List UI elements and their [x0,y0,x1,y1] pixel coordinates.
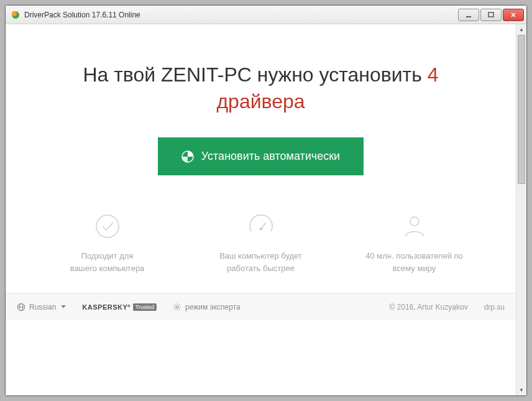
app-window: DriverPack Solution 17.6.11 Online На тв… [5,5,527,396]
close-button[interactable] [503,9,524,21]
app-icon [11,10,21,20]
copyright-text: © 2016, Artur Kuzyakov [389,303,467,311]
content: На твой ZENIT-PC нужно установить 4 драй… [6,24,516,395]
cta-row: Установить автоматически [6,115,516,190]
feature-users: 40 млн. пользователей по всему миру [337,211,491,274]
heading-driver-count: 4 [428,63,439,86]
kaspersky-trusted-link[interactable]: KASPERSKYº Trusted [82,303,157,311]
client-area: На твой ZENIT-PC нужно установить 4 драй… [6,24,526,395]
window-controls [458,9,524,21]
site-link[interactable]: drp.su [484,303,505,311]
features-row: Подходит для вашего компьютера Ваш компь… [6,190,516,293]
vertical-scrollbar[interactable]: ▲ ▼ [516,24,526,395]
heading-drivers-word: драйвера [216,90,305,113]
install-button-label: Установить автоматически [201,150,340,163]
feature-faster: Ваш компьютер будет работать быстрее [184,211,337,274]
language-selector[interactable]: Russian [17,303,66,311]
trusted-badge: Trusted [133,303,157,311]
svg-line-9 [261,223,266,229]
heading-pc-name: ZENIT-PC [161,63,252,86]
scroll-track[interactable] [516,35,526,385]
svg-point-14 [176,306,178,308]
window-title: DriverPack Solution 17.6.11 Online [24,11,458,19]
expert-mode-label: режим эксперта [185,303,241,311]
check-circle-icon [37,211,178,241]
user-icon [344,211,485,241]
feature-label: 40 млн. пользователей по всему миру [344,250,485,274]
svg-rect-3 [488,12,493,17]
scroll-thumb[interactable] [518,35,525,184]
heading-part: На твой [83,63,161,86]
chevron-down-icon [61,305,66,308]
heading-part: нужно установить [252,63,428,86]
gauge-icon [190,211,331,241]
hero-heading: На твой ZENIT-PC нужно установить 4 драй… [6,24,516,115]
feature-compatible: Подходит для вашего компьютера [30,211,184,274]
feature-label: Ваш компьютер будет работать быстрее [190,250,331,274]
language-label: Russian [29,303,56,311]
install-auto-button[interactable]: Установить автоматически [158,137,364,175]
svg-point-7 [96,215,119,237]
footer-bar: Russian KASPERSKYº Trusted режим эксперт… [6,293,516,320]
scroll-up-arrow[interactable]: ▲ [516,24,526,35]
titlebar: DriverPack Solution 17.6.11 Online [6,6,526,24]
kaspersky-logo: KASPERSKYº [82,303,130,311]
scroll-down-arrow[interactable]: ▼ [516,385,526,395]
maximize-button[interactable] [480,9,502,21]
expert-mode-link[interactable]: режим эксперта [173,303,241,311]
heading-text: На твой ZENIT-PC нужно установить 4 драй… [30,62,491,115]
install-icon [181,150,194,163]
minimize-button[interactable] [458,9,479,21]
svg-point-1 [12,11,17,16]
svg-point-10 [410,217,419,226]
gear-icon [173,303,181,311]
globe-icon [17,303,25,311]
feature-label: Подходит для вашего компьютера [37,250,178,274]
